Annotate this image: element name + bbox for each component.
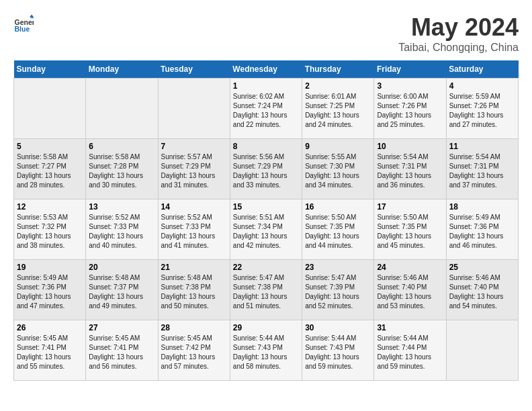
day-detail: Sunrise: 6:02 AM Sunset: 7:24 PM Dayligh…	[233, 92, 299, 130]
day-number: 5	[17, 142, 83, 151]
day-of-week-header: Wednesday	[230, 60, 302, 79]
calendar-cell: 16Sunrise: 5:50 AM Sunset: 7:35 PM Dayli…	[302, 199, 374, 260]
day-detail: Sunrise: 5:49 AM Sunset: 7:36 PM Dayligh…	[17, 273, 83, 311]
day-number: 29	[233, 323, 299, 332]
calendar-cell	[86, 79, 158, 139]
calendar-cell: 23Sunrise: 5:47 AM Sunset: 7:39 PM Dayli…	[302, 260, 374, 320]
day-number: 21	[161, 263, 227, 272]
subtitle: Taibai, Chongqing, China	[398, 42, 519, 54]
calendar-cell: 13Sunrise: 5:52 AM Sunset: 7:33 PM Dayli…	[86, 199, 158, 260]
calendar-cell: 17Sunrise: 5:50 AM Sunset: 7:35 PM Dayli…	[374, 199, 446, 260]
svg-text:Blue: Blue	[15, 25, 30, 33]
calendar-cell: 12Sunrise: 5:53 AM Sunset: 7:32 PM Dayli…	[14, 199, 86, 260]
day-number: 14	[161, 202, 227, 212]
logo-icon: General Blue	[13, 13, 34, 34]
day-number: 11	[449, 142, 515, 151]
main-title: May 2024	[398, 13, 519, 42]
calendar-body: 1Sunrise: 6:02 AM Sunset: 7:24 PM Daylig…	[14, 79, 519, 381]
day-detail: Sunrise: 5:47 AM Sunset: 7:38 PM Dayligh…	[233, 273, 299, 311]
day-detail: Sunrise: 5:58 AM Sunset: 7:28 PM Dayligh…	[89, 152, 154, 190]
day-detail: Sunrise: 6:01 AM Sunset: 7:25 PM Dayligh…	[305, 92, 371, 130]
calendar-cell: 21Sunrise: 5:48 AM Sunset: 7:38 PM Dayli…	[158, 260, 230, 320]
day-detail: Sunrise: 5:48 AM Sunset: 7:37 PM Dayligh…	[89, 273, 154, 311]
calendar-cell: 24Sunrise: 5:46 AM Sunset: 7:40 PM Dayli…	[374, 260, 446, 320]
day-number: 6	[89, 142, 154, 151]
calendar-header: SundayMondayTuesdayWednesdayThursdayFrid…	[14, 60, 519, 79]
calendar-cell: 2Sunrise: 6:01 AM Sunset: 7:25 PM Daylig…	[302, 79, 374, 139]
day-detail: Sunrise: 5:58 AM Sunset: 7:27 PM Dayligh…	[17, 152, 83, 190]
day-number: 12	[17, 202, 83, 212]
calendar-cell: 4Sunrise: 5:59 AM Sunset: 7:26 PM Daylig…	[446, 79, 518, 139]
day-number: 3	[377, 81, 443, 91]
calendar-cell	[14, 79, 86, 139]
calendar-cell: 9Sunrise: 5:55 AM Sunset: 7:30 PM Daylig…	[302, 139, 374, 199]
day-detail: Sunrise: 5:53 AM Sunset: 7:32 PM Dayligh…	[17, 213, 83, 250]
day-number: 2	[305, 81, 371, 91]
calendar-cell: 8Sunrise: 5:56 AM Sunset: 7:29 PM Daylig…	[230, 139, 302, 199]
day-detail: Sunrise: 5:56 AM Sunset: 7:29 PM Dayligh…	[233, 152, 299, 190]
day-detail: Sunrise: 5:47 AM Sunset: 7:39 PM Dayligh…	[305, 273, 371, 311]
calendar-week-row: 12Sunrise: 5:53 AM Sunset: 7:32 PM Dayli…	[14, 199, 519, 260]
day-detail: Sunrise: 5:51 AM Sunset: 7:34 PM Dayligh…	[233, 213, 299, 250]
title-area: May 2024 Taibai, Chongqing, China	[398, 13, 519, 54]
calendar-cell: 5Sunrise: 5:58 AM Sunset: 7:27 PM Daylig…	[14, 139, 86, 199]
day-detail: Sunrise: 5:45 AM Sunset: 7:41 PM Dayligh…	[89, 334, 154, 371]
day-number: 23	[305, 263, 371, 272]
calendar-cell: 15Sunrise: 5:51 AM Sunset: 7:34 PM Dayli…	[230, 199, 302, 260]
day-number: 25	[449, 263, 515, 272]
calendar-cell: 29Sunrise: 5:44 AM Sunset: 7:43 PM Dayli…	[230, 320, 302, 381]
calendar-cell: 7Sunrise: 5:57 AM Sunset: 7:29 PM Daylig…	[158, 139, 230, 199]
day-number: 18	[449, 202, 515, 212]
day-detail: Sunrise: 5:45 AM Sunset: 7:42 PM Dayligh…	[161, 334, 227, 371]
calendar-cell: 14Sunrise: 5:52 AM Sunset: 7:33 PM Dayli…	[158, 199, 230, 260]
day-detail: Sunrise: 5:49 AM Sunset: 7:36 PM Dayligh…	[449, 213, 515, 250]
day-detail: Sunrise: 5:44 AM Sunset: 7:43 PM Dayligh…	[305, 334, 371, 371]
day-detail: Sunrise: 6:00 AM Sunset: 7:26 PM Dayligh…	[377, 92, 443, 130]
day-detail: Sunrise: 5:57 AM Sunset: 7:29 PM Dayligh…	[161, 152, 227, 190]
day-number: 7	[161, 142, 227, 151]
day-number: 16	[305, 202, 371, 212]
calendar-cell	[446, 320, 518, 381]
day-of-week-header: Saturday	[446, 60, 518, 79]
calendar-week-row: 5Sunrise: 5:58 AM Sunset: 7:27 PM Daylig…	[14, 139, 519, 199]
day-detail: Sunrise: 5:46 AM Sunset: 7:40 PM Dayligh…	[449, 273, 515, 311]
header-row: SundayMondayTuesdayWednesdayThursdayFrid…	[14, 60, 519, 79]
day-number: 28	[161, 323, 227, 332]
day-of-week-header: Friday	[374, 60, 446, 79]
day-number: 22	[233, 263, 299, 272]
calendar-cell: 18Sunrise: 5:49 AM Sunset: 7:36 PM Dayli…	[446, 199, 518, 260]
day-number: 27	[89, 323, 154, 332]
day-detail: Sunrise: 5:54 AM Sunset: 7:31 PM Dayligh…	[449, 152, 515, 190]
day-number: 20	[89, 263, 154, 272]
calendar-cell: 10Sunrise: 5:54 AM Sunset: 7:31 PM Dayli…	[374, 139, 446, 199]
calendar-week-row: 1Sunrise: 6:02 AM Sunset: 7:24 PM Daylig…	[14, 79, 519, 139]
day-number: 10	[377, 142, 443, 151]
day-of-week-header: Tuesday	[158, 60, 230, 79]
day-detail: Sunrise: 5:48 AM Sunset: 7:38 PM Dayligh…	[161, 273, 227, 311]
day-detail: Sunrise: 5:55 AM Sunset: 7:30 PM Dayligh…	[305, 152, 371, 190]
calendar-cell: 20Sunrise: 5:48 AM Sunset: 7:37 PM Dayli…	[86, 260, 158, 320]
calendar-week-row: 19Sunrise: 5:49 AM Sunset: 7:36 PM Dayli…	[14, 260, 519, 320]
day-number: 13	[89, 202, 154, 212]
calendar-cell: 6Sunrise: 5:58 AM Sunset: 7:28 PM Daylig…	[86, 139, 158, 199]
calendar-cell: 31Sunrise: 5:44 AM Sunset: 7:44 PM Dayli…	[374, 320, 446, 381]
day-number: 17	[377, 202, 443, 212]
day-detail: Sunrise: 5:54 AM Sunset: 7:31 PM Dayligh…	[377, 152, 443, 190]
calendar-cell: 30Sunrise: 5:44 AM Sunset: 7:43 PM Dayli…	[302, 320, 374, 381]
calendar-cell: 28Sunrise: 5:45 AM Sunset: 7:42 PM Dayli…	[158, 320, 230, 381]
page-header: General Blue May 2024 Taibai, Chongqing,…	[13, 13, 519, 54]
day-number: 24	[377, 263, 443, 272]
day-detail: Sunrise: 5:44 AM Sunset: 7:44 PM Dayligh…	[377, 334, 443, 371]
day-number: 9	[305, 142, 371, 151]
calendar-cell: 11Sunrise: 5:54 AM Sunset: 7:31 PM Dayli…	[446, 139, 518, 199]
day-detail: Sunrise: 5:50 AM Sunset: 7:35 PM Dayligh…	[377, 213, 443, 250]
day-number: 19	[17, 263, 83, 272]
day-number: 15	[233, 202, 299, 212]
day-detail: Sunrise: 5:45 AM Sunset: 7:41 PM Dayligh…	[17, 334, 83, 371]
day-number: 4	[449, 81, 515, 91]
day-number: 31	[377, 323, 443, 332]
day-number: 26	[17, 323, 83, 332]
calendar-cell: 22Sunrise: 5:47 AM Sunset: 7:38 PM Dayli…	[230, 260, 302, 320]
calendar-cell	[158, 79, 230, 139]
day-of-week-header: Monday	[86, 60, 158, 79]
